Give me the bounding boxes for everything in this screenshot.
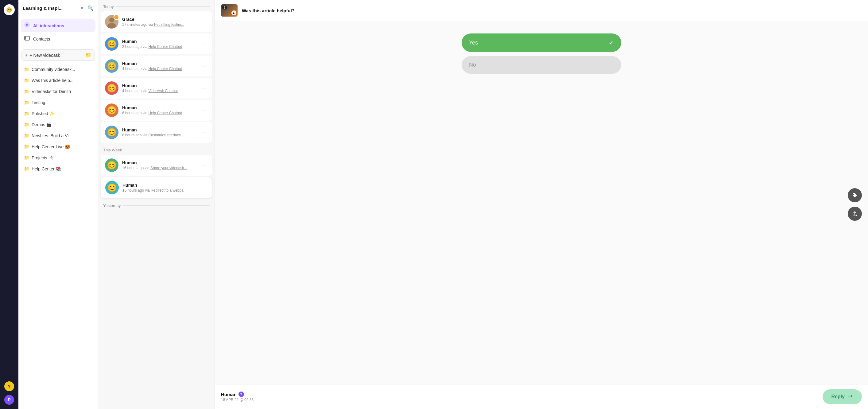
human6-avatar: 😊	[105, 158, 119, 172]
reply-label: Reply	[831, 394, 845, 400]
folder-icon: 📁	[24, 133, 29, 138]
folder-name-projects: Projects 🤺	[32, 155, 85, 160]
grace-name: Grace	[122, 17, 198, 22]
sidebar-folder-newbies[interactable]: 📁 Newbies: Build a Vi... ⋯	[21, 130, 95, 141]
conv-item-grace[interactable]: Grace 17 minutes ago via Pet sitting tes…	[101, 11, 212, 32]
responder-timestamp: 18 APR 22 @ 02:58	[221, 398, 253, 402]
tag-action-button[interactable]	[848, 188, 862, 202]
conv-more-icon[interactable]: ⋯	[202, 107, 208, 114]
sidebar: Learning & Inspi... ▾ 🔍 All interactions	[19, 0, 98, 409]
all-interactions-icon	[24, 22, 30, 29]
sidebar-item-all-interactions[interactable]: All interactions	[21, 19, 95, 32]
folder-name-article: Was this article help...	[32, 78, 85, 83]
conv-item-human6[interactable]: 😊 Human 16 hours ago via Share your vide…	[101, 155, 212, 176]
conv-more-icon[interactable]: ⋯	[202, 129, 208, 136]
sidebar-folder-dimitri[interactable]: 📁 Videoasks for Dimitri ⋯	[21, 86, 95, 97]
conv-more-icon[interactable]: ⋯	[202, 184, 208, 191]
section-today: Today	[98, 0, 215, 11]
folder-icon: 📁	[24, 144, 29, 149]
human2-name: Human	[122, 61, 198, 66]
choice-yes-button[interactable]: Yes ✓	[462, 33, 621, 52]
video-thumbnail[interactable]: 1 ▶	[221, 4, 238, 17]
conv-more-icon[interactable]: ⋯	[202, 63, 208, 69]
video-number: 1	[222, 5, 227, 9]
sidebar-folder-helpcenter-live[interactable]: 📁 Help Center Live 🥵 ⋯	[21, 141, 95, 152]
conv-more-icon[interactable]: ⋯	[202, 162, 208, 169]
folder-name-testing: Testing	[32, 100, 85, 105]
human3-name: Human	[122, 83, 198, 88]
folder-name-community: Community videoask...	[32, 67, 85, 72]
reply-arrow-icon	[847, 393, 853, 401]
folder-icon: 📁	[24, 155, 29, 160]
sidebar-folder-polished[interactable]: 📁 Polished ✨ ⋯	[21, 108, 95, 119]
human5-name: Human	[122, 127, 198, 132]
folder-icon: 📁	[24, 78, 29, 83]
play-icon[interactable]: ▶	[231, 10, 236, 16]
main-footer: Human ? 18 APR 22 @ 02:58 Reply	[215, 384, 868, 409]
conv-item-human5[interactable]: 😊 Human 8 hours ago via Customize interf…	[101, 122, 212, 143]
grace-avatar-wrap	[105, 15, 119, 29]
sidebar-folders: 📁 Community videoask... ⋯ 📁 Was this art…	[19, 64, 98, 174]
new-folder-icon[interactable]: 📁	[85, 52, 91, 58]
section-this-week: This Week	[98, 143, 215, 154]
conv-item-human1[interactable]: 😊 Human 2 hours ago via Help Center Chat…	[101, 33, 212, 54]
folder-name-dimitri: Videoasks for Dimitri	[32, 89, 85, 94]
help-icon[interactable]: ?	[4, 381, 14, 391]
check-icon: ✓	[609, 39, 614, 47]
conv-item-human2[interactable]: 😊 Human 4 hours ago via Help Center Chat…	[101, 56, 212, 77]
folder-name-newbies: Newbies: Build a Vi...	[32, 133, 85, 138]
conv-item-human4[interactable]: 😊 Human 6 hours ago via Help Center Chat…	[101, 100, 212, 121]
new-videoask-button[interactable]: + + New videoask 📁	[22, 50, 95, 61]
conv-more-icon[interactable]: ⋯	[202, 40, 208, 47]
main-top-bar: 1 ▶ Was this article helpful?	[215, 0, 868, 21]
conv-more-icon[interactable]: ⋯	[202, 85, 208, 91]
sidebar-folder-testing[interactable]: 📁 Testing ⋯	[21, 97, 95, 108]
chevron-down-icon[interactable]: ▾	[79, 5, 85, 11]
icon-bar: 😊 ? P	[0, 0, 19, 409]
main-wrapper: 1 ▶ Was this article helpful? Yes ✓ No	[215, 0, 868, 409]
choice-no-label: No	[469, 62, 476, 68]
folder-name-helpcenter-live: Help Center Live 🥵	[32, 144, 85, 149]
sidebar-folder-community[interactable]: 📁 Community videoask... ⋯	[21, 64, 95, 75]
search-icon[interactable]: 🔍	[88, 5, 94, 11]
conv-more-icon[interactable]: ⋯	[202, 19, 208, 25]
folder-icon: 📁	[24, 100, 29, 105]
folder-name-demos: Demos 🎬	[32, 122, 85, 127]
plus-icon: +	[25, 53, 28, 58]
user-avatar[interactable]: P	[4, 395, 14, 405]
workspace-name[interactable]: Learning & Inspi...	[23, 5, 76, 11]
sidebar-item-contacts[interactable]: Contacts	[21, 33, 95, 45]
share-action-button[interactable]	[848, 207, 862, 221]
new-videoask-label: + New videoask	[29, 53, 60, 58]
folder-icon: 📁	[24, 122, 29, 127]
grace-conv-info: Grace 17 minutes ago via Pet sitting tes…	[122, 17, 198, 27]
human7-info: Human 16 hours ago via Redirect to a web…	[122, 183, 198, 193]
grace-meta: 17 minutes ago via Pet sitting testim...	[122, 22, 198, 27]
sidebar-folder-projects[interactable]: 📁 Projects 🤺 ⋯	[21, 152, 95, 163]
human1-meta: 2 hours ago via Help Center Chatbot	[122, 45, 198, 49]
conv-item-human7[interactable]: 😊 Human 16 hours ago via Redirect to a w…	[101, 177, 212, 198]
responder-info: Human ? 18 APR 22 @ 02:58	[221, 391, 253, 402]
svg-rect-2	[25, 36, 29, 40]
human2-meta: 4 hours ago via Help Center Chatbot	[122, 67, 198, 71]
main-video-title: Was this article helpful?	[242, 8, 294, 13]
svg-point-7	[109, 18, 114, 22]
side-actions	[848, 188, 862, 221]
folder-icon: 📁	[24, 111, 29, 116]
app-logo[interactable]: 😊	[4, 4, 15, 16]
choice-no-button[interactable]: No	[462, 56, 621, 74]
conversation-list: Today Grace 17 minutes ago via Pet sitti…	[98, 0, 215, 409]
human6-name: Human	[122, 160, 198, 165]
choice-yes-label: Yes	[469, 39, 478, 46]
notification-dot	[114, 14, 119, 20]
human7-name: Human	[122, 183, 198, 187]
human4-name: Human	[122, 105, 198, 110]
reply-button[interactable]: Reply	[823, 389, 862, 404]
human7-avatar: 😊	[105, 181, 119, 194]
choices-container: Yes ✓ No	[462, 33, 621, 78]
conv-item-human3[interactable]: 😊 Human 4 hours ago via VideoAsk Chatbot…	[101, 78, 212, 98]
human1-avatar: 😊	[105, 37, 119, 51]
sidebar-folder-helpcenter[interactable]: 📁 Help Center 📚 ⋯	[21, 163, 95, 174]
sidebar-folder-demos[interactable]: 📁 Demos 🎬 ⋯	[21, 119, 95, 130]
sidebar-folder-article[interactable]: 📁 Was this article help... ⋯	[21, 75, 95, 86]
